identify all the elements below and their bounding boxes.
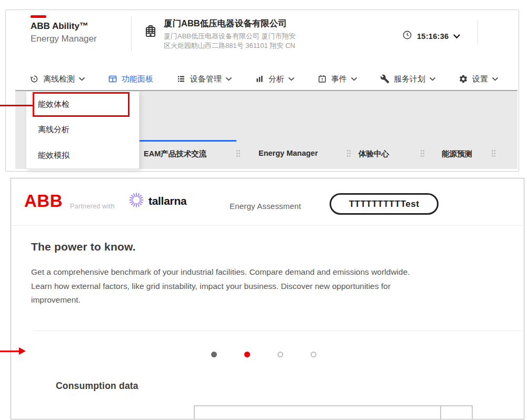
chevron-down-icon bbox=[492, 77, 498, 81]
gear-icon bbox=[459, 74, 468, 84]
chevron-down-icon bbox=[351, 77, 357, 81]
nav-label: 离线检测 bbox=[43, 74, 75, 84]
bar-chart-icon bbox=[255, 74, 264, 84]
tab-experience-center[interactable]: 体验中心 bbox=[359, 149, 389, 159]
annotation-arrow-line bbox=[0, 351, 19, 352]
tab-drag-handle-icon[interactable] bbox=[346, 149, 351, 157]
chevron-down-icon bbox=[226, 77, 232, 81]
app-subtitle: Energy Manager bbox=[31, 34, 97, 44]
annotation-arrow-head-icon bbox=[19, 347, 26, 355]
tab-eam-exchange[interactable]: EAM产品技术交流 bbox=[144, 149, 206, 159]
building-icon bbox=[144, 24, 157, 40]
wrench-icon bbox=[380, 74, 390, 84]
screenshot-root: ABB Ability™ Energy Manager 厦门ABB低压电器设备有… bbox=[0, 0, 527, 420]
company-address-line2: 区火炬园舫山西二路881号 361101 翔安 CN bbox=[164, 41, 295, 51]
chevron-down-icon bbox=[79, 77, 85, 81]
abb-logo: ABB bbox=[24, 192, 63, 209]
carousel-dot-1[interactable] bbox=[211, 352, 217, 357]
section-title: Consumption data bbox=[56, 381, 138, 392]
clock-icon bbox=[402, 30, 412, 42]
intro-line: Get a comprehensive benchmark of your in… bbox=[31, 265, 410, 279]
nav-label: 设备管理 bbox=[190, 74, 222, 84]
clock-dropdown[interactable]: 15:16:36 bbox=[402, 30, 460, 42]
tab-drag-handle-icon[interactable] bbox=[236, 149, 241, 157]
app-title: ABB Ability™ bbox=[31, 21, 88, 32]
tallarna-sunburst-icon bbox=[128, 192, 145, 211]
main-nav: 离线检测 功能面板 bbox=[29, 71, 498, 87]
device-list-icon bbox=[176, 74, 186, 84]
carousel-dot-2[interactable] bbox=[244, 352, 250, 357]
carousel-dots bbox=[211, 352, 316, 357]
nav-label: 事件 bbox=[331, 74, 347, 84]
dashboard-icon bbox=[108, 74, 117, 84]
nav-item-device-management[interactable]: 设备管理 bbox=[176, 74, 232, 84]
tab-drag-handle-icon[interactable] bbox=[491, 149, 496, 157]
nav-label: 设置 bbox=[472, 74, 488, 84]
menu-item-offline-analysis[interactable]: 离线分析 bbox=[26, 117, 139, 143]
nav-item-events[interactable]: 事件 bbox=[317, 74, 357, 84]
tab-energy-manager[interactable]: Energy Manager bbox=[258, 149, 318, 157]
intro-line: Learn how external factors, like grid in… bbox=[31, 279, 410, 294]
page-title: The power to know. bbox=[31, 241, 136, 253]
nav-label: 功能面板 bbox=[122, 74, 153, 84]
abb-red-dash bbox=[31, 15, 46, 18]
tab-drag-handle-icon[interactable] bbox=[420, 149, 425, 157]
chevron-down-icon bbox=[430, 77, 435, 81]
tallarna-wordmark: tallarna bbox=[148, 195, 186, 207]
nav-item-dashboard[interactable]: 功能面板 bbox=[108, 74, 153, 84]
tab-energy-forecast[interactable]: 能源预测 bbox=[442, 149, 472, 159]
tallarna-logo: tallarna bbox=[128, 192, 186, 211]
intro-line: improvement. bbox=[31, 293, 410, 307]
section-rule bbox=[33, 331, 522, 331]
energy-assessment-window: ABB Partnered with bbox=[11, 178, 524, 419]
carousel-dot-3[interactable] bbox=[277, 352, 283, 357]
annotation-highlight-rect bbox=[33, 92, 130, 117]
nav-item-settings[interactable]: 设置 bbox=[459, 74, 498, 84]
chevron-down-icon bbox=[289, 77, 294, 81]
account-pill-button[interactable]: TTTTTTTTTTest bbox=[330, 193, 439, 215]
nav-label: 服务计划 bbox=[394, 74, 425, 84]
header-rule bbox=[11, 225, 523, 226]
annotation-callout-line bbox=[0, 105, 33, 106]
product-label: Energy Assessment bbox=[230, 202, 301, 211]
nav-label: 分析 bbox=[269, 74, 284, 84]
nav-item-service-plan[interactable]: 服务计划 bbox=[380, 74, 435, 84]
active-tab-indicator bbox=[140, 140, 236, 142]
consumption-input-box[interactable] bbox=[194, 405, 473, 419]
current-time: 15:16:36 bbox=[417, 32, 449, 41]
company-address-line1: 厦门ABB低压电器设备有限公司 厦门市翔安 bbox=[164, 32, 296, 41]
history-icon bbox=[29, 74, 39, 84]
nav-item-analysis[interactable]: 分析 bbox=[255, 74, 294, 84]
menu-item-energy-simulation[interactable]: 能效模拟 bbox=[26, 143, 139, 168]
energy-manager-window: ABB Ability™ Energy Manager 厦门ABB低压电器设备有… bbox=[5, 9, 519, 172]
header-divider bbox=[131, 16, 132, 51]
company-name: 厦门ABB低压电器设备有限公司 bbox=[164, 18, 287, 29]
intro-paragraph: Get a comprehensive benchmark of your in… bbox=[31, 265, 410, 307]
nav-item-offline-detection[interactable]: 离线检测 bbox=[29, 74, 85, 84]
chevron-down-icon bbox=[453, 32, 460, 41]
input-box-divider bbox=[440, 406, 441, 419]
header-divider-right bbox=[478, 21, 478, 45]
partnered-with-label: Partnered with bbox=[70, 203, 115, 210]
calendar-alert-icon bbox=[317, 74, 327, 84]
carousel-dot-4[interactable] bbox=[311, 352, 316, 357]
